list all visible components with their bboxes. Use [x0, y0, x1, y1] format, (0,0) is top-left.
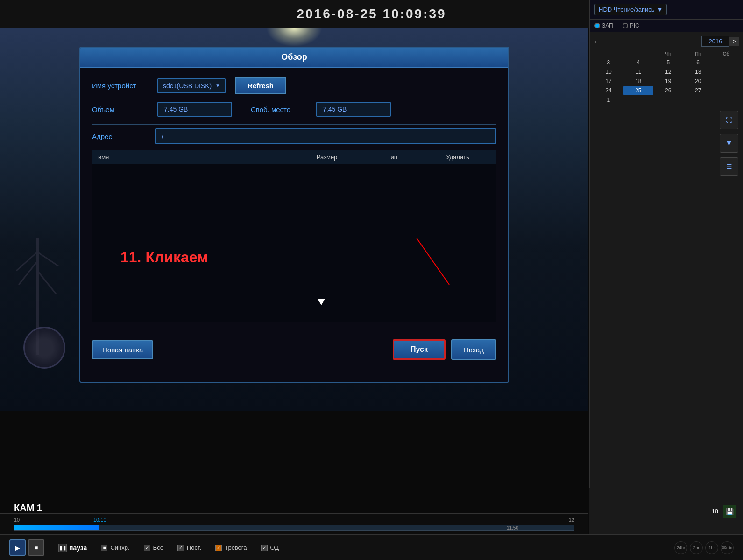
cal-cell[interactable]: [653, 95, 683, 105]
expand-controls: ⛶: [590, 108, 743, 132]
dialog-footer: Новая папка Пуск Назад: [80, 332, 508, 367]
new-folder-button[interactable]: Новая папка: [92, 340, 153, 359]
time-1h-button[interactable]: 1hr: [705, 541, 718, 554]
col-thu: Чт: [653, 49, 683, 58]
cal-cell[interactable]: [713, 95, 739, 105]
svg-line-4: [37, 252, 58, 266]
address-label: Адрес: [92, 133, 148, 140]
col-delete-header: Удалить: [425, 154, 490, 161]
col-header: [623, 49, 653, 58]
od-checkbox[interactable]: ✓: [261, 545, 268, 551]
sync-checkbox[interactable]: ■: [101, 545, 107, 551]
cal-cell[interactable]: 12: [653, 67, 683, 77]
timeline-end: 12: [569, 517, 574, 523]
cal-cell weekend[interactable]: 6: [683, 58, 713, 67]
start-button[interactable]: Пуск: [393, 339, 446, 360]
col-size-header: Размер: [294, 154, 360, 161]
rec-indicator: [594, 23, 600, 28]
free-label: Своб. место: [251, 105, 307, 113]
time-24h-button[interactable]: 24hr: [674, 541, 687, 554]
hdd-status-bar: HDD Чтение/запись ▼: [590, 0, 743, 20]
cal-cell weekend[interactable]: 20: [683, 77, 713, 86]
action-buttons: Пуск Назад: [393, 339, 496, 360]
svg-line-5: [417, 238, 449, 285]
cal-cell[interactable]: [683, 95, 713, 105]
time-30m-button[interactable]: 30min: [721, 541, 734, 554]
pic-status: PIC: [623, 22, 639, 29]
fullscreen-icon[interactable]: ⛶: [720, 111, 738, 129]
panel-dropdown-icon[interactable]: ▼: [720, 134, 738, 153]
device-label: Имя устройст: [92, 82, 148, 90]
timeline: 10 10:10 11:50 12: [0, 513, 588, 534]
all-item: ✓ Все: [144, 544, 163, 551]
cal-cell-today[interactable]: 25: [623, 86, 653, 95]
calendar: о > Чт Пт Сб 3 4 5 6: [590, 32, 743, 108]
right-panel-bottom: 18 💾: [589, 488, 743, 534]
sync-item: ■ Синхр.: [101, 544, 129, 551]
year-input[interactable]: [701, 36, 729, 47]
timeline-start: 10: [14, 517, 20, 523]
cal-cell weekend[interactable]: 27: [683, 86, 713, 95]
cal-cell[interactable]: [713, 58, 739, 67]
address-row: Адрес: [92, 128, 496, 144]
time-controls: 24hr 2hr 1hr 30min: [674, 541, 734, 554]
calendar-grid: Чт Пт Сб 3 4 5 6 10 11 12 13: [594, 49, 739, 105]
address-input[interactable]: [155, 128, 496, 144]
cal-cell[interactable]: 17: [594, 77, 623, 86]
annotation-arrow: [309, 229, 496, 322]
pause-label: ❚❚ пауза: [58, 544, 87, 552]
all-checkbox[interactable]: ✓: [144, 545, 150, 551]
od-item: ✓ ОД: [261, 544, 279, 551]
cal-cell[interactable]: 24: [594, 86, 623, 95]
timeline-number: 18: [712, 508, 718, 515]
cal-cell[interactable]: 1: [594, 95, 623, 105]
cal-cell[interactable]: 5: [653, 58, 683, 67]
play-button[interactable]: ▶: [9, 539, 26, 556]
cal-cell[interactable]: 3: [594, 58, 623, 67]
hdd-dropdown[interactable]: HDD Чтение/запись ▼: [594, 4, 667, 15]
save-icon[interactable]: 💾: [723, 505, 736, 518]
calendar-header: о >: [594, 36, 739, 47]
device-select[interactable]: sdc1(USB DISK) ▼: [157, 78, 226, 93]
cal-cell[interactable]: 19: [653, 77, 683, 86]
col-header: [594, 49, 623, 58]
list-icon[interactable]: ☰: [720, 157, 738, 176]
timeline-progress: [14, 525, 99, 530]
cal-cell[interactable]: [623, 95, 653, 105]
list-icon-area: ☰: [590, 155, 743, 178]
rec-status: ЗАП: [594, 22, 613, 29]
cal-cell[interactable]: [713, 86, 739, 95]
device-dropdown-arrow: ▼: [215, 83, 220, 88]
calendar-next-button[interactable]: >: [729, 37, 739, 46]
dialog-browse: Обзор Имя устройст sdc1(USB DISK) ▼ Refr…: [79, 47, 509, 383]
cal-cell[interactable]: 10: [594, 67, 623, 77]
post-item: ✓ Пост.: [177, 544, 201, 551]
month-label: о: [594, 39, 701, 44]
annotation-text: 11. Кликаем: [120, 249, 208, 266]
refresh-button[interactable]: Refresh: [235, 77, 286, 94]
fan-image: [23, 327, 65, 369]
time-2h-button[interactable]: 2hr: [690, 541, 703, 554]
datetime-display: 2016-08-25 10:09:39: [297, 7, 446, 21]
cal-cell[interactable]: 18: [623, 77, 653, 86]
cal-cell[interactable]: [713, 67, 739, 77]
divider: [92, 124, 496, 125]
timeline-bar[interactable]: [14, 525, 574, 531]
dropdown-arrow-icon: ▼: [657, 6, 663, 13]
cal-cell[interactable]: 4: [623, 58, 653, 67]
col-type-header: Тип: [360, 154, 425, 161]
cal-cell weekend[interactable]: 13: [683, 67, 713, 77]
volume-label: Объем: [92, 105, 148, 113]
cal-cell[interactable]: [713, 77, 739, 86]
cal-cell[interactable]: 26: [653, 86, 683, 95]
alarm-item: ✓ Тревога: [215, 544, 247, 551]
post-checkbox[interactable]: ✓: [177, 545, 184, 551]
back-button[interactable]: Назад: [451, 339, 496, 360]
cal-cell[interactable]: 11: [623, 67, 653, 77]
svg-line-1: [19, 261, 37, 285]
volume-value: 7.45 GB: [157, 102, 232, 117]
svg-line-2: [37, 271, 56, 294]
stop-button[interactable]: ■: [28, 539, 44, 556]
alarm-checkbox[interactable]: ✓: [215, 545, 222, 551]
bottom-bar: ▶ ■ ❚❚ пауза ■ Синхр. ✓ Все ✓ Пост. ✓ Тр…: [0, 534, 743, 560]
